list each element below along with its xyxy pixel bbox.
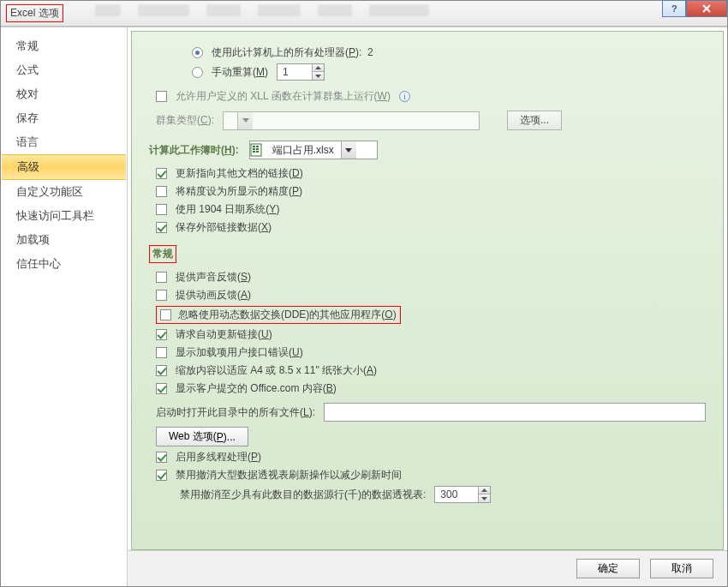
svg-rect-2 (253, 146, 255, 147)
highlighted-ignore-dde: 忽略使用动态数据交换(DDE)的其他应用程序(O) (156, 306, 401, 324)
opt-allow-xll: 允许用户定义的 XLL 函数在计算群集上运行(W) i (149, 89, 706, 104)
excel-file-icon (250, 142, 266, 158)
check-multithread[interactable] (156, 452, 167, 463)
min-rows-label: 禁用撤消至少具有此数目的数据源行(千)的数据透视表: (180, 488, 426, 502)
category-sidebar: 常规 公式 校对 保存 语言 高级 自定义功能区 快速访问工具栏 加载项 信任中… (1, 27, 128, 586)
info-icon[interactable]: i (399, 91, 410, 102)
check-ignore-dde[interactable] (160, 309, 171, 320)
check-scale-a4[interactable] (156, 365, 167, 376)
sidebar-item-language[interactable]: 语言 (1, 130, 127, 154)
chevron-down-icon (341, 141, 356, 159)
svg-rect-7 (256, 151, 259, 153)
chevron-down-icon (237, 112, 253, 129)
dialog-footer: 确定 取消 (128, 550, 727, 586)
section-calculate-workbook: 计算此工作簿时(H): 端口占用.xlsx (149, 141, 706, 159)
sidebar-item-trust-center[interactable]: 信任中心 (1, 252, 127, 276)
svg-rect-6 (253, 151, 255, 153)
check-precision[interactable] (156, 186, 167, 197)
spinner-icon[interactable] (312, 64, 324, 80)
help-button[interactable]: ? (662, 0, 686, 17)
svg-rect-5 (256, 148, 259, 150)
cluster-type-combo[interactable] (223, 111, 480, 130)
radio-all-processors[interactable] (192, 47, 203, 58)
proc-count: 2 (367, 46, 373, 58)
section-general-label: 常规 (149, 245, 176, 263)
web-options-button[interactable]: Web 选项(P)... (156, 427, 248, 446)
sidebar-item-formulas[interactable]: 公式 (1, 58, 127, 82)
content-pane: 使用此计算机上的所有处理器(P): 2 手动重算(M) 1 (131, 31, 724, 550)
window-title: Excel 选项 (10, 7, 59, 19)
check-update-links[interactable] (156, 168, 167, 179)
sidebar-item-advanced[interactable]: 高级 (2, 154, 126, 180)
title-highlight: Excel 选项 (6, 4, 63, 22)
startup-folder-input[interactable] (324, 403, 706, 422)
check-ask-update-links[interactable] (156, 329, 167, 340)
section-general: 常规 (149, 245, 706, 263)
min-rows-input[interactable]: 300 (434, 486, 491, 503)
workbook-select-combo[interactable]: 端口占用.xlsx (249, 141, 378, 159)
check-anim-feedback[interactable] (156, 290, 167, 301)
check-addin-errors[interactable] (156, 347, 167, 358)
spinner-icon[interactable] (478, 487, 490, 502)
check-1904-date[interactable] (156, 204, 167, 215)
svg-rect-4 (253, 148, 255, 150)
dialog-window: Excel 选项 ? 常规 公式 校对 保存 语言 高级 (0, 0, 728, 587)
window-buttons: ? (662, 0, 727, 17)
toolbar-blur-bg (95, 4, 667, 21)
sidebar-item-addins[interactable]: 加载项 (1, 228, 127, 252)
check-sound-feedback[interactable] (156, 272, 167, 283)
sidebar-item-general[interactable]: 常规 (1, 34, 127, 58)
opt-manual-calc: 手动重算(M) 1 (149, 63, 706, 81)
check-allow-xll[interactable] (156, 91, 167, 102)
close-button[interactable] (686, 0, 727, 17)
sidebar-item-customize-ribbon[interactable]: 自定义功能区 (1, 180, 127, 204)
startup-folder-label: 启动时打开此目录中的所有文件(L): (156, 405, 315, 420)
sidebar-item-save[interactable]: 保存 (1, 106, 127, 130)
sidebar-item-proofing[interactable]: 校对 (1, 82, 127, 106)
check-office-content[interactable] (156, 383, 167, 394)
check-save-external[interactable] (156, 222, 167, 233)
opt-use-all-processors: 使用此计算机上的所有处理器(P): 2 (149, 45, 706, 60)
cancel-button[interactable]: 取消 (650, 559, 713, 578)
manual-thread-input[interactable]: 1 (277, 63, 325, 81)
svg-text:?: ? (671, 3, 677, 14)
radio-manual[interactable] (192, 67, 203, 78)
ok-button[interactable]: 确定 (576, 559, 640, 578)
title-bar: Excel 选项 ? (1, 1, 727, 27)
sidebar-item-qat[interactable]: 快速访问工具栏 (1, 204, 127, 228)
check-disable-undo-pivot[interactable] (156, 470, 167, 481)
cluster-options-button[interactable]: 选项... (507, 111, 562, 130)
opt-cluster-type: 群集类型(C): 选项... (149, 111, 706, 130)
svg-rect-3 (256, 146, 259, 147)
